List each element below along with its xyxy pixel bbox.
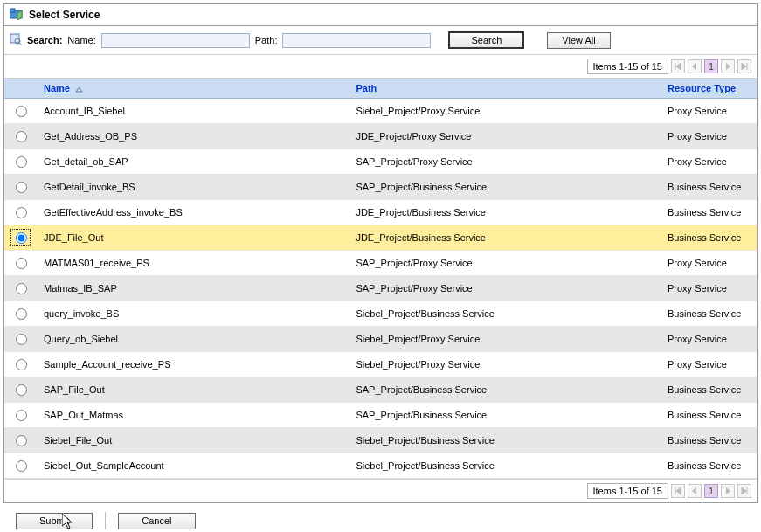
radio-cell[interactable] [4,352,37,377]
table-row[interactable]: SAP_Out_MatmasSAP_Project/Business Servi… [4,403,757,428]
divider [105,512,106,529]
first-page-button-bottom[interactable] [671,484,685,498]
first-page-button[interactable] [671,59,685,73]
sort-asc-icon [75,86,83,93]
radio-cell[interactable] [4,301,37,327]
table-row[interactable]: JDE_File_OutJDE_Project/Business Service… [4,225,757,251]
svg-rect-1 [10,9,15,12]
table-row[interactable]: GetDetail_invoke_BSSAP_Project/Business … [4,175,757,200]
row-radio[interactable] [16,182,27,193]
submit-button[interactable]: Submit [16,513,93,529]
last-page-button[interactable] [737,59,751,73]
table-row[interactable]: Siebel_Out_SampleAccountSiebel_Project/B… [4,453,757,479]
row-name: Matmas_IB_SAP [37,276,349,301]
row-path: JDE_Project/Business Service [349,200,661,225]
table-row[interactable]: Account_IB_SiebelSiebel_Project/Proxy Se… [4,99,757,124]
page-number-bottom[interactable]: 1 [704,484,718,498]
row-type: Proxy Service [661,352,757,377]
row-radio[interactable] [16,283,27,294]
table-row[interactable]: Matmas_IB_SAPSAP_Project/Proxy ServicePr… [4,276,757,301]
table-row[interactable]: Get_detail_ob_SAPSAP_Project/Proxy Servi… [4,149,757,175]
row-name: Query_ob_Siebel [37,327,349,352]
table-row[interactable]: SAP_File_OutSAP_Project/Business Service… [4,377,757,403]
row-name: SAP_File_Out [37,377,349,403]
col-resource-type[interactable]: Resource Type [661,79,757,99]
prev-page-button[interactable] [688,59,702,73]
pager-info-bottom: Items 1-15 of 15 [587,483,669,499]
radio-cell[interactable] [4,403,37,428]
row-radio[interactable] [16,460,27,472]
row-radio[interactable] [16,207,27,218]
radio-cell[interactable] [4,327,37,352]
row-radio[interactable] [16,131,27,142]
row-radio[interactable] [16,232,27,244]
radio-cell[interactable] [4,377,37,403]
pager-info-top: Items 1-15 of 15 [587,59,669,74]
row-radio[interactable] [16,435,27,446]
name-input[interactable] [101,33,250,48]
last-page-button-bottom[interactable] [737,484,751,498]
search-button[interactable]: Search [448,31,524,49]
row-path: JDE_Project/Business Service [349,225,661,251]
folder-icon [10,8,24,22]
radio-cell[interactable] [4,276,37,301]
search-label: Search: [27,35,62,45]
col-radio [4,79,37,99]
radio-cell[interactable] [4,175,37,200]
table-row[interactable]: GetEffectiveAddress_invoke_BSJDE_Project… [4,200,757,225]
radio-cell[interactable] [4,200,37,225]
row-type: Proxy Service [661,276,757,301]
col-name[interactable]: Name [37,79,349,99]
row-radio[interactable] [16,384,27,396]
table-row[interactable]: Sample_Account_receive_PSSiebel_Project/… [4,352,757,377]
next-page-button-bottom[interactable] [721,484,735,498]
row-type: Business Service [661,225,757,251]
table-row[interactable]: Query_ob_SiebelSiebel_Project/Proxy Serv… [4,327,757,352]
row-path: Siebel_Project/Proxy Service [349,352,661,377]
row-name: MATMAS01_receive_PS [37,251,349,276]
row-radio[interactable] [16,308,27,320]
col-name-link[interactable]: Name [44,83,70,93]
col-path[interactable]: Path [349,79,661,99]
col-type-link[interactable]: Resource Type [668,83,736,93]
row-name: query_invoke_BS [37,301,349,327]
row-radio[interactable] [16,156,27,168]
row-type: Proxy Service [661,327,757,352]
panel-title: Select Service [29,9,100,21]
row-type: Business Service [661,200,757,225]
row-path: SAP_Project/Business Service [349,175,661,200]
table-row[interactable]: MATMAS01_receive_PSSAP_Project/Proxy Ser… [4,251,757,276]
radio-cell[interactable] [4,251,37,276]
row-type: Proxy Service [661,124,757,149]
row-radio[interactable] [16,359,27,370]
row-name: JDE_File_Out [37,225,349,251]
radio-cell[interactable] [4,149,37,175]
row-path: Siebel_Project/Business Service [349,453,661,479]
path-input[interactable] [282,33,431,48]
next-page-button[interactable] [721,59,735,73]
table-row[interactable]: query_invoke_BSSiebel_Project/Business S… [4,301,757,327]
prev-page-button-bottom[interactable] [688,484,702,498]
row-radio[interactable] [16,258,27,269]
view-all-button[interactable]: View All [547,32,610,49]
table-row[interactable]: Siebel_File_OutSiebel_Project/Business S… [4,428,757,453]
row-path: SAP_Project/Proxy Service [349,276,661,301]
row-type: Business Service [661,428,757,453]
row-radio[interactable] [16,410,27,421]
panel-title-row: Select Service [4,4,757,26]
row-radio[interactable] [16,106,27,117]
row-name: Siebel_Out_SampleAccount [37,453,349,479]
row-radio[interactable] [16,334,27,345]
row-path: Siebel_Project/Business Service [349,301,661,327]
radio-cell[interactable] [4,453,37,479]
cancel-button[interactable]: Cancel [118,513,195,529]
table-row[interactable]: Get_Address_OB_PSJDE_Project/Proxy Servi… [4,124,757,149]
radio-cell[interactable] [4,99,37,124]
radio-cell[interactable] [4,225,37,251]
radio-cell[interactable] [4,124,37,149]
col-path-link[interactable]: Path [356,83,377,93]
radio-cell[interactable] [4,428,37,453]
svg-line-4 [19,43,22,45]
row-path: Siebel_Project/Proxy Service [349,99,661,124]
page-number[interactable]: 1 [704,59,718,73]
